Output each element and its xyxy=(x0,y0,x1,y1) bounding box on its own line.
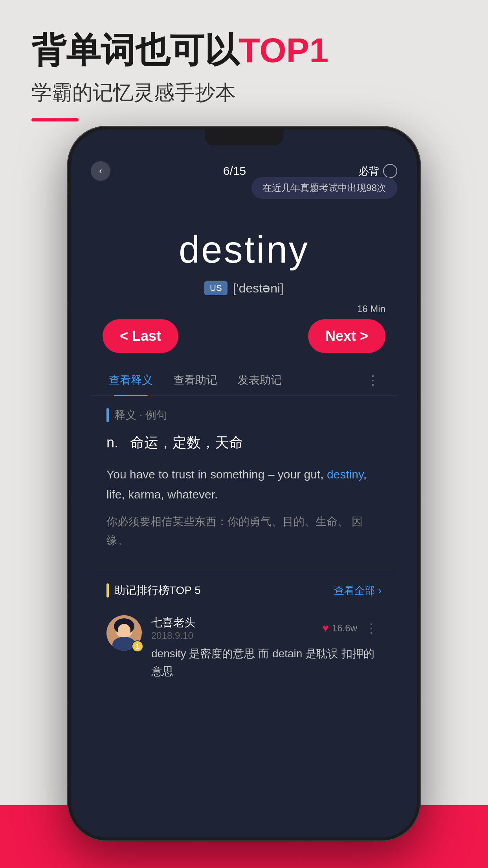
tab-more-icon[interactable]: ⋮ xyxy=(360,366,385,394)
us-badge: US xyxy=(204,281,227,295)
last-button[interactable]: < Last xyxy=(103,319,178,353)
phone-notch xyxy=(205,130,283,145)
memory-title-row: 助记排行榜TOP 5 xyxy=(106,583,201,598)
tab-definition[interactable]: 查看释义 xyxy=(103,365,159,395)
user-meta: 七喜老头 2018.9.10 ♥ 16.6w ⋮ xyxy=(151,615,382,641)
word-area: ‹ 6/15 必背 在近几年真题考试中出现98次 destiny US xyxy=(71,153,417,700)
memory-header: 助记排行榜TOP 5 查看全部 › xyxy=(106,574,382,607)
word-english: destiny xyxy=(91,228,397,271)
section-label-text: 释义 · 例句 xyxy=(114,408,167,423)
example-en: You have to trust in something – your gu… xyxy=(106,464,382,504)
user-text: density 是密度的意思 而 detain 是耽误 扣押的意思 xyxy=(151,645,382,680)
must-memorize-circle xyxy=(383,164,397,178)
phone-container: ‹ 6/15 必背 在近几年真题考试中出现98次 destiny US xyxy=(67,126,421,841)
section-label-bar xyxy=(106,408,109,422)
word-phonetic-row: US ['destəni] xyxy=(91,281,397,296)
timer-label: 16 Min xyxy=(357,303,385,314)
back-button[interactable]: ‹ xyxy=(91,161,110,181)
svg-point-4 xyxy=(118,624,130,636)
subtitle: 学霸的记忆灵感手抄本 xyxy=(31,79,457,107)
definition-section: 释义 · 例句 n. 命运，定数，天命 You have to trust in… xyxy=(91,396,397,573)
must-memorize[interactable]: 必背 xyxy=(359,164,397,178)
next-button[interactable]: Next > xyxy=(308,319,385,353)
must-memorize-label: 必背 xyxy=(359,164,379,178)
title-part1: 背单词也可以 xyxy=(31,31,239,70)
view-all-link[interactable]: 查看全部 › xyxy=(334,584,382,598)
definition-text: n. 命运，定数，天命 xyxy=(106,432,382,453)
example-zh: 你必须要相信某些东西：你的勇气、目的、生命、 因缘。 xyxy=(106,512,382,550)
pos: n. xyxy=(106,434,118,451)
word-count: 6/15 xyxy=(223,164,246,178)
meaning: 命运，定数，天命 xyxy=(130,434,243,451)
title-underline xyxy=(31,118,79,121)
memory-title-bar xyxy=(106,583,109,598)
like-area[interactable]: ♥ 16.6w xyxy=(322,622,357,634)
tab-memory[interactable]: 查看助记 xyxy=(167,365,224,395)
user-date: 2018.9.10 xyxy=(151,630,193,641)
memory-title: 助记排行榜TOP 5 xyxy=(114,583,201,598)
nav-buttons: 16 Min < Last Next > xyxy=(91,319,397,353)
example-highlight: destiny xyxy=(327,468,363,481)
like-count: 16.6w xyxy=(332,623,357,634)
main-title: 背单词也可以TOP1 xyxy=(31,31,457,70)
tooltip-badge: 在近几年真题考试中出现98次 xyxy=(251,177,397,199)
section-label-row: 释义 · 例句 xyxy=(106,408,382,423)
user-name: 七喜老头 xyxy=(151,616,195,629)
top-section: 背单词也可以TOP1 学霸的记忆灵感手抄本 xyxy=(0,0,488,137)
heart-icon: ♥ xyxy=(322,622,329,634)
tab-post-memory[interactable]: 发表助记 xyxy=(231,365,288,395)
tabs-row: 查看释义 查看助记 发表助记 ⋮ xyxy=(91,365,397,396)
user-content: 七喜老头 2018.9.10 ♥ 16.6w ⋮ xyxy=(151,615,382,680)
avatar-container: 1 xyxy=(106,615,142,651)
memory-section: 助记排行榜TOP 5 查看全部 › xyxy=(91,573,397,688)
more-icon[interactable]: ⋮ xyxy=(361,621,382,636)
word-main: destiny US ['destəni] xyxy=(91,204,397,307)
title-highlight: TOP1 xyxy=(239,31,328,70)
phone-outer: ‹ 6/15 必背 在近几年真题考试中出现98次 destiny US xyxy=(67,126,421,841)
rank-badge: 1 xyxy=(132,640,143,652)
example-before: You have to trust in something – your gu… xyxy=(106,468,327,481)
user-entry: 1 七喜老头 2018.9.10 xyxy=(106,607,382,688)
phone-screen: ‹ 6/15 必背 在近几年真题考试中出现98次 destiny US xyxy=(71,130,417,837)
phonetic-text: ['destəni] xyxy=(233,281,284,296)
